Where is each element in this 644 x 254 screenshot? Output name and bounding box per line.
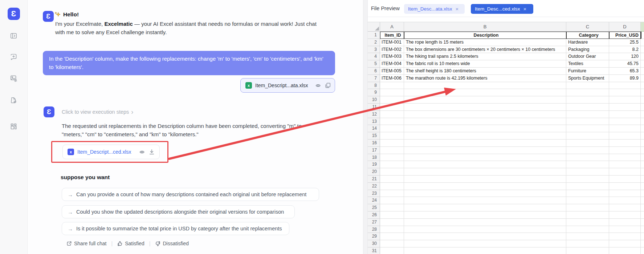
sidebar-item-apps[interactable] [7, 120, 20, 133]
cell-B1: Description [404, 32, 566, 39]
cell-A5: ITEM-004 [380, 60, 404, 68]
cell-D26 [609, 211, 641, 219]
row-header-30[interactable]: 30 [368, 240, 380, 247]
cell-E-sliver [641, 125, 644, 132]
satisfied-button[interactable]: Satisfied [117, 241, 144, 246]
sidebar-item-panel-toggle[interactable] [7, 29, 20, 42]
dissatisfied-button[interactable]: Dissatisfied [155, 241, 189, 246]
row-header-10[interactable]: 10 [368, 96, 380, 104]
row-header-31[interactable]: 31 [368, 247, 380, 254]
cell-B11 [404, 104, 566, 111]
cell-D5: 45.75 [609, 60, 641, 68]
cell-E-sliver [641, 75, 644, 82]
row-header-14[interactable]: 14 [368, 125, 380, 132]
row-header-8[interactable]: 8 [368, 82, 380, 89]
column-header-C[interactable]: C [566, 22, 609, 32]
sheet-row: 24 [368, 197, 644, 204]
row-header-4[interactable]: 4 [368, 53, 380, 60]
cell-A2: ITEM-001 [380, 39, 404, 46]
cell-A29 [380, 233, 404, 240]
copy-icon[interactable] [325, 82, 331, 88]
row-header-28[interactable]: 28 [368, 226, 380, 233]
row-header-7[interactable]: 7 [368, 75, 380, 82]
greeting-brand: Excelmatic [104, 21, 133, 27]
row-header-9[interactable]: 9 [368, 89, 380, 96]
row-header-3[interactable]: 3 [368, 46, 380, 53]
row-header-19[interactable]: 19 [368, 161, 380, 168]
row-header-29[interactable]: 29 [368, 233, 380, 240]
result-attachment-chip[interactable]: x Item_Descript...ced.xlsx [62, 145, 160, 159]
cell-B31 [404, 247, 566, 254]
cell-C19 [566, 161, 609, 168]
row-header-25[interactable]: 25 [368, 204, 380, 211]
row-header-15[interactable]: 15 [368, 132, 380, 140]
result-attachment-filename: Item_Descript...ced.xlsx [77, 149, 131, 155]
sheet-row: 27 [368, 219, 644, 226]
column-header-D[interactable]: D [609, 22, 641, 32]
sidebar-item-file-convert[interactable] [7, 94, 20, 107]
share-full-chat-button[interactable]: Share full chat [66, 241, 107, 246]
sheet-row: 30 [368, 240, 644, 247]
row-header-22[interactable]: 22 [368, 183, 380, 190]
row-header-20[interactable]: 20 [368, 168, 380, 176]
excel-file-icon: x [245, 82, 252, 89]
cell-E-sliver [641, 204, 644, 211]
row-header-16[interactable]: 16 [368, 140, 380, 147]
close-icon[interactable]: × [456, 6, 459, 12]
column-header-B[interactable]: B [404, 22, 566, 32]
cell-B2: The rope length is 15 meters [404, 39, 566, 46]
row-header-12[interactable]: 12 [368, 111, 380, 118]
row-header-5[interactable]: 5 [368, 60, 380, 68]
cell-E-sliver [641, 132, 644, 140]
panel-resizer-scrollbar[interactable] [363, 0, 368, 254]
row-header-17[interactable]: 17 [368, 147, 380, 154]
eye-icon[interactable] [139, 149, 146, 155]
eye-icon[interactable] [315, 83, 322, 88]
spreadsheet-grid[interactable]: ABCD1Item_IDDescriptionCategoryPrice_USD… [368, 22, 644, 254]
cell-E-sliver [641, 233, 644, 240]
cell-A23 [380, 190, 404, 197]
execution-steps-toggle[interactable]: Click to view execution steps › [62, 109, 133, 115]
greeting-title: Hello! [63, 11, 79, 18]
sheet-row: 22 [368, 183, 644, 190]
close-icon[interactable]: × [523, 6, 527, 12]
row-header-11[interactable]: 11 [368, 104, 380, 111]
file-tab-original[interactable]: Item_Desc...ata.xlsx × [404, 4, 465, 14]
cell-C10 [566, 96, 609, 104]
download-icon[interactable] [149, 149, 155, 155]
cell-E-sliver [641, 32, 644, 39]
row-header-2[interactable]: 2 [368, 39, 380, 46]
cell-A17 [380, 147, 404, 154]
row-header-6[interactable]: 6 [368, 68, 380, 75]
row-header-27[interactable]: 27 [368, 219, 380, 226]
sheet-row: 5ITEM-004The fabric roll is 10 meters wi… [368, 60, 644, 68]
cell-E-sliver [641, 183, 644, 190]
arrow-right-icon: → [68, 226, 73, 232]
column-header-A[interactable]: A [380, 22, 404, 32]
cell-C29 [566, 233, 609, 240]
cell-B10 [404, 96, 566, 104]
sidebar-item-new-chat[interactable] [7, 50, 20, 63]
excelmatic-logo-icon: Ɛ [8, 8, 20, 20]
row-header-23[interactable]: 23 [368, 190, 380, 197]
sidebar-item-image-convert[interactable] [7, 72, 20, 85]
suggestion-pill[interactable]: → Is it possible to summarize the total … [62, 222, 289, 235]
suggestion-pill[interactable]: → Could you show the updated description… [62, 205, 295, 218]
cell-B25 [404, 204, 566, 211]
sheet-row: 2ITEM-001The rope length is 15 metersHar… [368, 39, 644, 46]
row-header-1[interactable]: 1 [368, 32, 380, 39]
row-header-21[interactable]: 21 [368, 176, 380, 183]
file-tab-label: Item_Desc...ata.xlsx [408, 6, 452, 12]
row-header-24[interactable]: 24 [368, 197, 380, 204]
file-tab-replaced[interactable]: Item_Desc...ced.xlsx × [471, 4, 533, 14]
user-attachment-chip[interactable]: x Item_Descript...ata.xlsx [240, 78, 335, 93]
cell-D30 [609, 240, 641, 247]
row-header-26[interactable]: 26 [368, 211, 380, 219]
row-header-18[interactable]: 18 [368, 154, 380, 161]
suggestion-pill[interactable]: → Can you provide a count of how many de… [62, 188, 319, 201]
excelmatic-logo[interactable]: Ɛ [7, 7, 20, 20]
cell-E-sliver [641, 240, 644, 247]
row-header-13[interactable]: 13 [368, 118, 380, 125]
cell-E-sliver [641, 147, 644, 154]
select-all-corner[interactable] [368, 22, 380, 32]
